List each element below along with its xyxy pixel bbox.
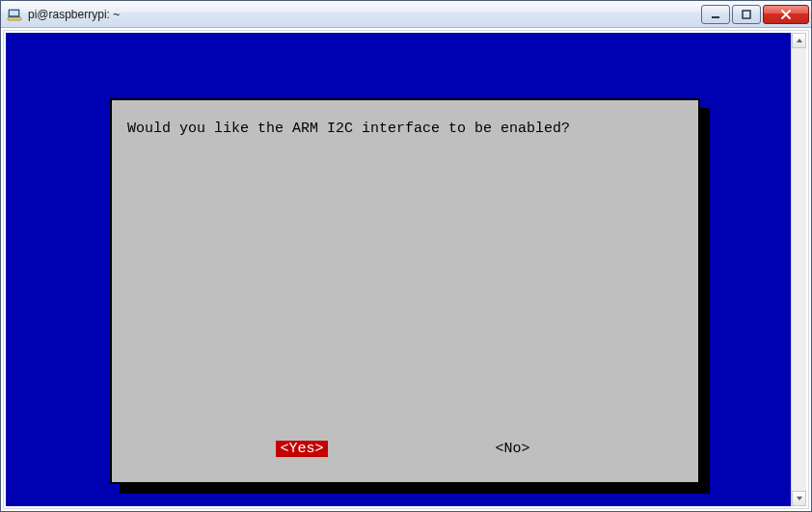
maximize-button[interactable] — [732, 5, 761, 24]
titlebar[interactable]: pi@raspberrypi: ~ — [1, 1, 811, 28]
svg-rect-1 — [10, 11, 18, 15]
terminal[interactable]: Would you like the ARM I2C interface to … — [6, 33, 791, 506]
svg-rect-3 — [712, 16, 719, 18]
scroll-down-button[interactable] — [792, 491, 806, 506]
svg-rect-2 — [8, 17, 21, 20]
close-button[interactable] — [763, 5, 809, 24]
dialog-body: Would you like the ARM I2C interface to … — [122, 112, 689, 471]
no-button[interactable]: <No> — [492, 441, 534, 457]
scroll-track[interactable] — [792, 48, 806, 491]
vertical-scrollbar[interactable] — [791, 33, 806, 506]
app-window: pi@raspberrypi: ~ Would you like the ARM… — [0, 0, 812, 512]
window-buttons — [699, 5, 809, 24]
dialog-message: Would you like the ARM I2C interface to … — [122, 112, 689, 147]
window-title: pi@raspberrypi: ~ — [28, 8, 699, 21]
svg-rect-4 — [743, 11, 750, 18]
yes-button[interactable]: <Yes> — [276, 441, 327, 457]
minimize-button[interactable] — [701, 5, 730, 24]
putty-icon — [7, 7, 22, 22]
dialog-buttons: <Yes> <No> — [122, 441, 689, 457]
confirm-dialog: Would you like the ARM I2C interface to … — [110, 98, 700, 484]
client-area: Would you like the ARM I2C interface to … — [3, 30, 809, 509]
scroll-up-button[interactable] — [792, 33, 806, 48]
